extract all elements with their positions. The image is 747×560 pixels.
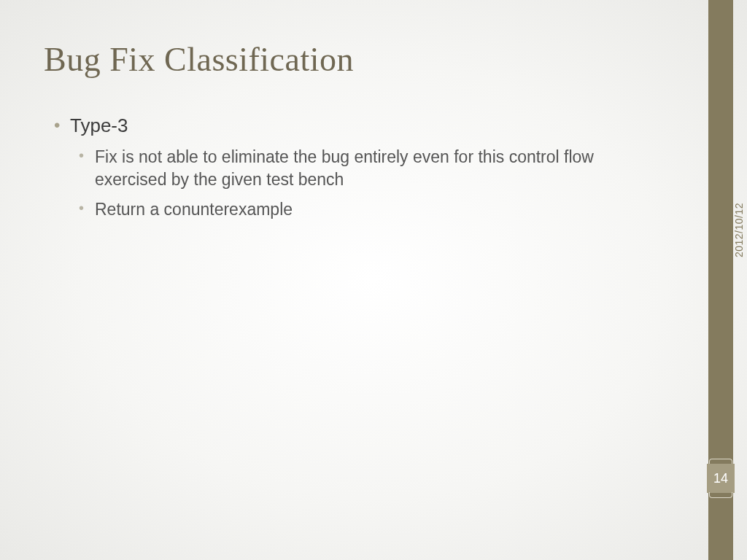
sidebar: 2012/10/12 14	[694, 0, 747, 560]
page-number-bracket	[709, 492, 732, 498]
page-number: 14	[713, 471, 728, 486]
bullet-list: Type-3 Fix is not able to eliminate the …	[44, 114, 651, 221]
bullet-level-1: Type-3	[44, 114, 651, 139]
bullet-level-2: Fix is not able to eliminate the bug ent…	[44, 146, 649, 191]
sidebar-date: 2012/10/12	[733, 203, 747, 257]
slide-title: Bug Fix Classification	[44, 40, 651, 79]
page-number-box: 14	[707, 464, 735, 493]
slide-content: Bug Fix Classification Type-3 Fix is not…	[0, 0, 694, 560]
bullet-level-2: Return a conunterexample	[44, 198, 649, 221]
